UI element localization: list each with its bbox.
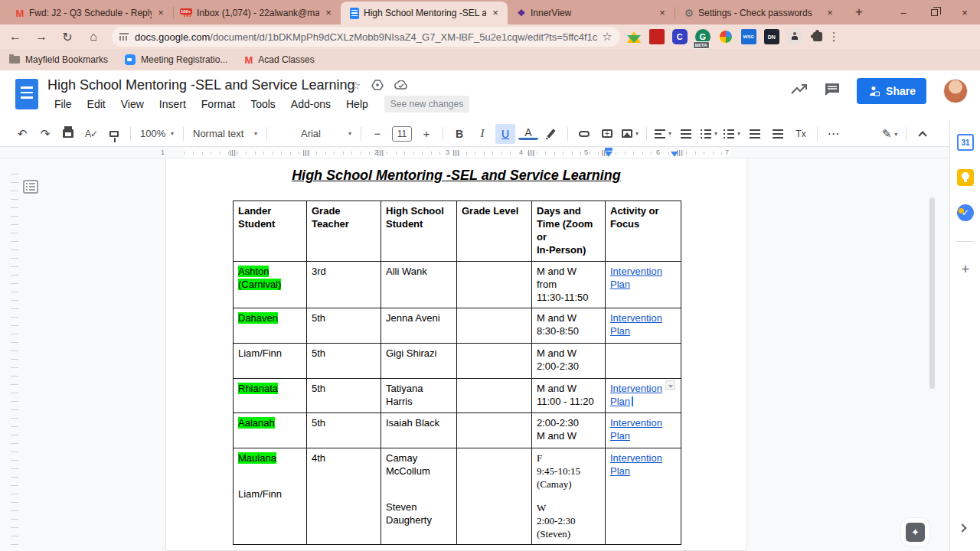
intervention-plan-link[interactable]: Intervention Plan (610, 452, 662, 477)
restore-button[interactable] (919, 0, 949, 24)
table-cell[interactable] (606, 344, 681, 379)
zoom-select[interactable]: 100%▾ (137, 124, 177, 144)
tab-close-icon[interactable]: × (824, 7, 836, 19)
collapse-toolbar-button[interactable] (913, 124, 933, 144)
line-spacing-button[interactable] (676, 124, 696, 144)
table-cell[interactable]: MaulanaLiam/Finn (234, 448, 307, 545)
spell-check-button[interactable]: A✓ (81, 124, 101, 144)
globe-extension-icon[interactable] (718, 29, 733, 44)
intervention-plan-link[interactable]: Intervention Plan (610, 266, 662, 290)
document-heading[interactable]: High School Mentoring -SEL and Service L… (166, 168, 746, 184)
account-avatar[interactable] (943, 79, 968, 103)
menu-addons[interactable]: Add-ons (287, 96, 335, 112)
table-cell[interactable]: Camay McCollumSteven Daugherty (381, 448, 457, 545)
table-cell[interactable]: M and W 8:30-8:50 (532, 308, 606, 344)
insert-comment-button[interactable]: + (597, 124, 617, 144)
back-button[interactable]: ← (5, 26, 26, 47)
forward-button[interactable]: → (31, 26, 52, 47)
table-column-marker[interactable] (230, 150, 237, 156)
keep-panel-button[interactable] (956, 168, 975, 187)
bookmark-mayfield[interactable]: Mayfield Bookmarks (9, 54, 108, 65)
table-column-marker[interactable] (377, 150, 384, 156)
menu-tools[interactable]: Tools (247, 96, 279, 112)
table-header-cell[interactable]: Grade Level (457, 201, 532, 262)
see-new-changes-chip[interactable]: See new changes (384, 96, 469, 112)
paragraph-style-select[interactable]: Normal text▾ (190, 124, 260, 144)
intervention-plan-link[interactable]: Intervention Plan (610, 383, 662, 407)
clever-extension-icon[interactable]: C (672, 29, 688, 44)
editing-mode-button[interactable]: ✎▾ (880, 124, 900, 144)
tab-close-icon[interactable]: × (489, 7, 501, 19)
table-cell[interactable] (457, 262, 532, 308)
comments-icon[interactable] (825, 83, 840, 99)
table-cell[interactable]: Dahaven (234, 308, 307, 344)
menu-help[interactable]: Help (342, 96, 372, 112)
tab-close-icon[interactable]: × (322, 7, 335, 19)
drive-extension-icon[interactable] (626, 29, 642, 44)
menu-edit[interactable]: Edit (83, 96, 109, 112)
table-cell[interactable]: Jenna Aveni (381, 308, 457, 344)
table-cell[interactable]: Intervention Plan (606, 413, 681, 448)
tasks-panel-button[interactable]: ✓ (956, 204, 975, 222)
table-cell[interactable]: 5th (307, 344, 381, 379)
table-cell[interactable] (457, 448, 532, 545)
table-cell[interactable] (457, 344, 532, 379)
table-cell[interactable]: Tatiyana Harris (381, 379, 457, 413)
increase-font-size-button[interactable]: + (416, 124, 436, 144)
menu-insert[interactable]: Insert (155, 96, 190, 112)
table-cell[interactable]: Intervention Plan (606, 379, 681, 413)
decrease-font-size-button[interactable]: − (368, 124, 387, 144)
google-docs-logo[interactable] (15, 79, 38, 109)
table-cell[interactable]: M and W 11:00 - 11:20 (532, 379, 606, 413)
move-to-drive-icon[interactable] (371, 80, 384, 93)
table-cell[interactable]: Ashton (Carnival) (234, 262, 307, 308)
document-page[interactable]: High School Mentoring -SEL and Service L… (165, 158, 747, 551)
collapse-panel-chevron-icon[interactable] (958, 523, 966, 532)
paint-format-button[interactable] (104, 124, 124, 144)
browser-menu-icon[interactable]: ⋮ (828, 30, 840, 44)
table-header-cell[interactable]: Days and Time (Zoom or In-Person) (532, 201, 606, 262)
underline-button[interactable]: U (495, 124, 515, 144)
close-window-button[interactable]: × (949, 0, 980, 24)
tab-docs-active[interactable]: High School Mentoring -SEL an × (341, 2, 508, 24)
table-cell[interactable] (457, 379, 532, 413)
first-line-indent-marker[interactable] (605, 148, 612, 151)
insert-link-button[interactable] (574, 124, 594, 144)
redo-button[interactable]: ↷ (35, 124, 55, 144)
table-column-marker[interactable] (303, 150, 310, 156)
calendar-panel-button[interactable]: 31 (956, 133, 975, 152)
bulleted-list-button[interactable]: ▾ (722, 124, 742, 144)
new-tab-button[interactable]: + (848, 2, 870, 23)
table-cell[interactable]: 4th (307, 448, 381, 545)
tab-gmail-fwd[interactable]: M Fwd: J2 - Q3 Schedule - Reply Re × (6, 2, 173, 24)
intervention-plan-link[interactable]: Intervention Plan (610, 417, 662, 442)
table-cell[interactable]: Intervention Plan (606, 262, 681, 308)
star-document-icon[interactable]: ☆ (351, 79, 361, 93)
align-button[interactable]: ▾ (653, 124, 673, 144)
cloud-saved-icon[interactable] (394, 80, 408, 93)
table-cell[interactable]: Aalanah (234, 413, 307, 448)
table-cell[interactable]: Intervention Plan (606, 308, 681, 344)
explore-button[interactable]: ✦ (906, 523, 925, 542)
table-cell[interactable]: Liam/Finn (234, 344, 307, 379)
document-title[interactable]: High School Mentoring -SEL and Service L… (47, 77, 355, 93)
clear-formatting-button[interactable]: Tx (791, 124, 811, 144)
tab-innerview[interactable]: ❖ InnerView × (508, 2, 675, 24)
home-button[interactable]: ⌂ (83, 26, 104, 47)
table-header-cell[interactable]: Lander Student (234, 201, 307, 262)
table-cell[interactable]: M and W 2:00-2:30 (532, 344, 606, 379)
book-extension-icon[interactable] (649, 29, 665, 44)
increase-indent-button[interactable] (768, 124, 788, 144)
table-cell[interactable] (457, 308, 532, 344)
tab-close-icon[interactable]: × (155, 7, 167, 19)
tab-gmail-inbox[interactable]: M100+ Inbox (1,074) - 22alwank@may × (174, 2, 341, 24)
bookmark-meeting[interactable]: Meeting Registratio... (125, 54, 227, 65)
profile-extension-icon[interactable] (787, 29, 802, 44)
table-header-cell[interactable]: Grade Teacher (307, 201, 381, 262)
grammarly-extension-icon[interactable]: GBETA (695, 29, 710, 44)
text-color-button[interactable]: A (518, 127, 538, 140)
print-button[interactable] (58, 124, 78, 144)
intervention-plan-link[interactable]: Intervention Plan (610, 312, 662, 337)
bookmark-star-icon[interactable]: ☆ (602, 30, 612, 44)
tab-settings[interactable]: ⚙ Settings - Check passwords × (675, 2, 842, 24)
